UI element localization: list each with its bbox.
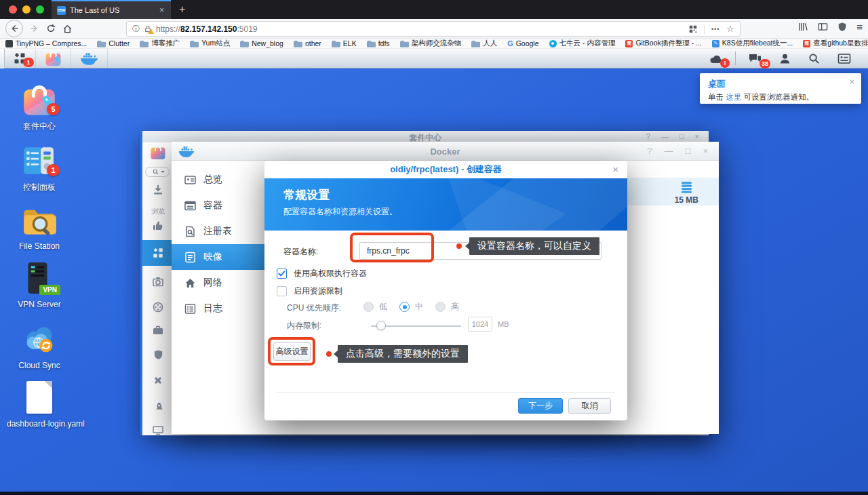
bookmark-star-icon[interactable]: ☆	[726, 24, 734, 34]
search-icon	[808, 53, 820, 64]
bookmark-item[interactable]: 简GitBook插件整理 - ...	[625, 39, 701, 48]
main-menu-button[interactable]: 1	[5, 49, 36, 68]
divider	[277, 392, 615, 393]
tab-favicon: DSM	[57, 6, 66, 15]
browser-tab[interactable]: DSM The Last of US ×	[52, 0, 171, 19]
sidebar-toggle-icon[interactable]	[818, 22, 828, 32]
cpu-priority-radios: 低 中 高	[363, 301, 471, 313]
page-actions-icon[interactable]: •••	[711, 26, 719, 33]
package-center-titlebar[interactable]: 套件中心 ? — □ ×	[142, 131, 709, 142]
notifications-button[interactable]: !	[702, 49, 730, 68]
desktop-icon-yaml-file[interactable]: dashboard-login.yaml	[7, 380, 72, 429]
maximize-button[interactable]: □	[686, 146, 691, 156]
notification-close-icon[interactable]: ×	[849, 77, 854, 87]
taskbar-package-center-button[interactable]	[36, 49, 71, 68]
taskbar-docker-button[interactable]	[71, 49, 108, 68]
close-button[interactable]: ×	[703, 146, 708, 156]
desktop-icon-package-center[interactable]: 5 套件中心	[7, 83, 72, 132]
notification-text: 可设置浏览器通知。	[741, 93, 814, 101]
sidebar-item-security[interactable]	[142, 349, 174, 360]
show-desktop-strip[interactable]	[0, 49, 5, 68]
bookmark-folder[interactable]: Yum站点	[190, 39, 230, 48]
back-button[interactable]	[5, 20, 23, 37]
home-button[interactable]	[62, 24, 73, 34]
lock-warning-icon[interactable]	[144, 24, 152, 33]
forward-button[interactable]	[30, 24, 39, 33]
help-button[interactable]: ?	[646, 132, 650, 140]
bookmark-folder[interactable]: ELK	[332, 39, 357, 47]
close-window-button[interactable]	[9, 5, 17, 14]
qr-scan-icon[interactable]	[689, 25, 697, 33]
help-button[interactable]: ?	[647, 146, 652, 156]
hamburger-menu-icon[interactable]: ≡	[856, 21, 863, 33]
memory-value-input[interactable]	[468, 317, 492, 332]
docker-titlebar[interactable]: Docker ? — □ ×	[172, 142, 719, 161]
shield-extension-icon[interactable]	[837, 22, 847, 32]
sidebar-item-all-selected[interactable]	[142, 240, 174, 266]
bookmark-folder[interactable]: New_blog	[240, 39, 283, 47]
zoom-window-button[interactable]	[36, 5, 44, 14]
sidebar-item-developer[interactable]	[142, 426, 174, 435]
memory-unit-label: MB	[498, 320, 509, 328]
sidebar-item-backup[interactable]	[142, 277, 174, 287]
advanced-settings-button[interactable]: 高级设置	[273, 342, 311, 361]
radio-high[interactable]	[435, 302, 446, 312]
sidebar-item-multimedia[interactable]	[142, 302, 174, 313]
checkbox-label: 启用资源限制	[294, 285, 342, 297]
network-icon	[184, 277, 196, 289]
widgets-button[interactable]	[830, 49, 859, 68]
minimize-button[interactable]: —	[661, 132, 669, 140]
bookmark-item[interactable]: GGoogle	[507, 39, 538, 47]
checkbox-unchecked[interactable]	[277, 286, 287, 296]
next-step-button[interactable]: 下一步	[518, 398, 563, 414]
bookmark-folder[interactable]: 人人	[471, 39, 497, 48]
minimize-button[interactable]: —	[665, 146, 673, 156]
bookmark-folder[interactable]: 博客推广	[140, 39, 180, 48]
resource-limit-checkbox-row[interactable]: 启用资源限制	[277, 285, 342, 297]
dialog-titlebar[interactable]: oldiy/frpc(latest) - 创建容器 ×	[264, 161, 627, 178]
checkbox-checked[interactable]	[277, 269, 287, 279]
sidebar-item-installed[interactable]	[142, 184, 174, 195]
sidebar-item-business[interactable]	[142, 325, 174, 335]
bookmark-item[interactable]: 七牛云 - 内容管理	[549, 39, 616, 48]
annotation-tooltip-advanced: 点击高级，需要额外的设置	[338, 345, 468, 363]
user-button[interactable]	[772, 49, 798, 68]
package-search-box[interactable]	[145, 167, 170, 177]
new-tab-button[interactable]: +	[171, 3, 193, 16]
search-button[interactable]	[801, 49, 827, 68]
dialog-close-button[interactable]: ×	[612, 163, 618, 175]
url-bar[interactable]: ⓘ https://82.157.142.150:5019 ••• ☆	[126, 21, 741, 37]
sidebar-item-recommended[interactable]	[142, 220, 174, 231]
radio-low[interactable]	[363, 302, 374, 312]
bookmark-item[interactable]: ✎K8S使用filebeat统一...	[712, 39, 793, 48]
folder-icon	[97, 40, 106, 47]
page-info-icon[interactable]: ⓘ	[132, 24, 140, 34]
memory-slider-handle[interactable]	[376, 321, 386, 330]
bookmark-folder[interactable]: 架构师交流杂物	[400, 39, 462, 48]
notification-link[interactable]: 这里	[726, 93, 741, 101]
desktop-icon-file-station[interactable]: File Station	[7, 203, 72, 251]
bookmark-item[interactable]: 简查看github星数排行...	[803, 39, 868, 48]
library-icon[interactable]	[798, 22, 808, 32]
cancel-button[interactable]: 取消	[568, 398, 611, 414]
sidebar-item-utilities[interactable]	[142, 375, 174, 386]
chat-button[interactable]: 38	[741, 49, 769, 68]
tab-close-icon[interactable]: ×	[158, 5, 165, 15]
annotation-tooltip-name: 设置容器名称，可以自定义	[469, 237, 599, 255]
desktop-icon-cloud-sync[interactable]: Cloud Sync	[7, 323, 72, 370]
desktop-icon-control-panel[interactable]: 1 控制面板	[7, 144, 72, 193]
bookmark-item[interactable]: TinyPNG – Compres...	[5, 39, 87, 47]
radio-medium-selected[interactable]	[399, 302, 410, 312]
minimize-window-button[interactable]	[22, 5, 31, 14]
bookmark-folder[interactable]: other	[294, 39, 321, 47]
bookmark-folder[interactable]: fdfs	[367, 39, 390, 47]
sidebar-item-productivity[interactable]	[142, 401, 174, 412]
reload-button[interactable]	[46, 24, 56, 33]
close-button[interactable]: ×	[695, 132, 699, 140]
bookmark-folder[interactable]: Clutter	[97, 39, 130, 47]
overview-icon	[184, 174, 196, 186]
maximize-button[interactable]: □	[679, 132, 684, 140]
privilege-checkbox-row[interactable]: 使用高权限执行容器	[277, 268, 367, 279]
desktop-icon-vpn-server[interactable]: VPN VPN Server	[7, 262, 72, 309]
container-name-label: 容器名称:	[283, 246, 318, 258]
